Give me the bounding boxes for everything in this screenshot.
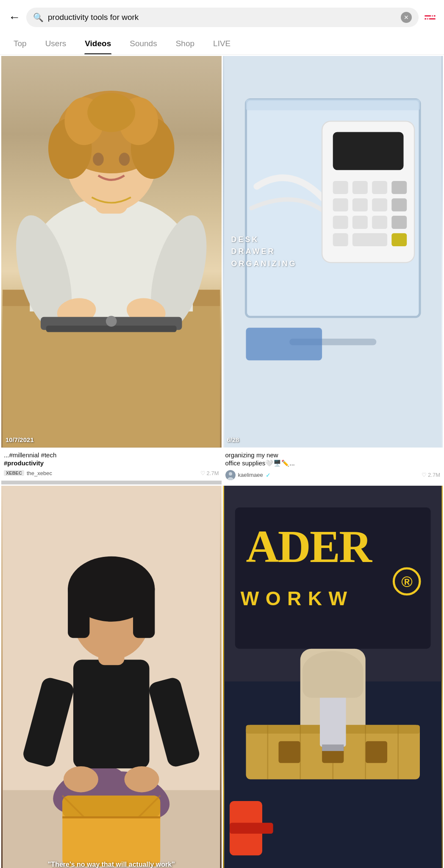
svg-point-58	[64, 766, 98, 792]
video-date-1: 10/7/2021	[6, 436, 34, 443]
video-card-4[interactable]: ADER WORKW ®	[223, 486, 443, 868]
tab-shop[interactable]: Shop	[166, 33, 204, 54]
video-thumbnail-3: "There's no way that will actually work"	[1, 486, 222, 868]
svg-point-20	[106, 316, 117, 327]
avatar-2	[225, 470, 236, 480]
tab-top[interactable]: Top	[4, 33, 36, 54]
svg-point-13	[87, 93, 135, 132]
card-title-2: organizing my new office supplies🤍🖥️✏️..…	[225, 451, 441, 467]
desk-text: DESK DRAWER ORGANIZING	[231, 234, 297, 270]
verified-icon-2: ✓	[266, 472, 271, 479]
search-query-text: productivity tools for work	[48, 13, 397, 22]
svg-rect-57	[133, 583, 155, 637]
svg-rect-56	[68, 583, 89, 637]
heart-icon-2: ♡	[422, 472, 427, 478]
svg-rect-86	[302, 665, 363, 698]
svg-point-59	[125, 766, 159, 792]
svg-text:WORKW: WORKW	[240, 587, 353, 609]
search-icon: 🔍	[33, 12, 44, 22]
heart-icon-1: ♡	[200, 470, 205, 476]
likes-2: ♡ 2.7M	[422, 472, 440, 478]
svg-rect-78	[278, 741, 300, 762]
card-meta-1: XEBEC the_xebec ♡ 2.7M	[4, 470, 219, 476]
svg-rect-82	[322, 744, 344, 751]
person-illustration	[1, 56, 222, 448]
username-2: kaelimaee	[238, 472, 263, 478]
card-title-1: ...#millennial #tech #productivity	[4, 451, 219, 467]
wood-tool-illustration: ADER WORKW ®	[223, 486, 443, 868]
likes-1: ♡ 2.7M	[200, 470, 219, 476]
video-thumbnail-1: 10/7/2021	[1, 56, 222, 448]
card-meta-2: kaelimaee ✓ ♡ 2.7M	[225, 470, 441, 480]
svg-rect-50	[73, 659, 150, 768]
tab-bar: Top Users Videos Sounds Shop LIVE	[0, 33, 444, 55]
video-card-2[interactable]: DESK DRAWER ORGANIZING 6/28 organizing m…	[223, 56, 443, 484]
svg-point-14	[93, 153, 104, 166]
header: ← 🔍 productivity tools for work ✕	[0, 0, 444, 33]
svg-rect-61	[62, 796, 160, 817]
back-button[interactable]: ←	[8, 11, 20, 24]
card-info-1: ...#millennial #tech #productivity XEBEC…	[1, 448, 222, 481]
tab-sounds[interactable]: Sounds	[120, 33, 166, 54]
clear-search-button[interactable]: ✕	[401, 12, 412, 23]
tab-videos[interactable]: Videos	[75, 33, 120, 54]
search-bar[interactable]: 🔍 productivity tools for work ✕	[26, 8, 419, 27]
sitting-person-illustration	[1, 486, 222, 868]
svg-point-15	[119, 153, 130, 166]
svg-text:®: ®	[401, 573, 412, 590]
tab-live[interactable]: LIVE	[204, 33, 240, 54]
username-badge-1: XEBEC	[4, 470, 24, 476]
video-date-2: 6/28	[227, 436, 239, 443]
video-card-1[interactable]: 10/7/2021 ...#millennial #tech #producti…	[1, 56, 222, 484]
svg-rect-84	[230, 823, 273, 834]
username-1: the_xebec	[27, 470, 52, 476]
tab-users[interactable]: Users	[36, 33, 76, 54]
svg-text:ADER: ADER	[246, 521, 372, 571]
svg-rect-80	[365, 741, 387, 762]
desk-overlay: DESK DRAWER ORGANIZING	[223, 56, 443, 448]
video-grid: 10/7/2021 ...#millennial #tech #producti…	[0, 55, 444, 868]
video-card-3[interactable]: "There's no way that will actually work"	[1, 486, 222, 868]
filter-icon	[425, 15, 436, 19]
video-thumbnail-2: DESK DRAWER ORGANIZING 6/28	[223, 56, 443, 448]
filter-button[interactable]	[425, 15, 436, 19]
video-thumbnail-4: ADER WORKW ®	[223, 486, 443, 868]
svg-point-44	[229, 472, 232, 476]
quote-overlay: "There's no way that will actually work"	[1, 860, 222, 868]
card-info-2: organizing my new office supplies🤍🖥️✏️..…	[223, 448, 443, 484]
